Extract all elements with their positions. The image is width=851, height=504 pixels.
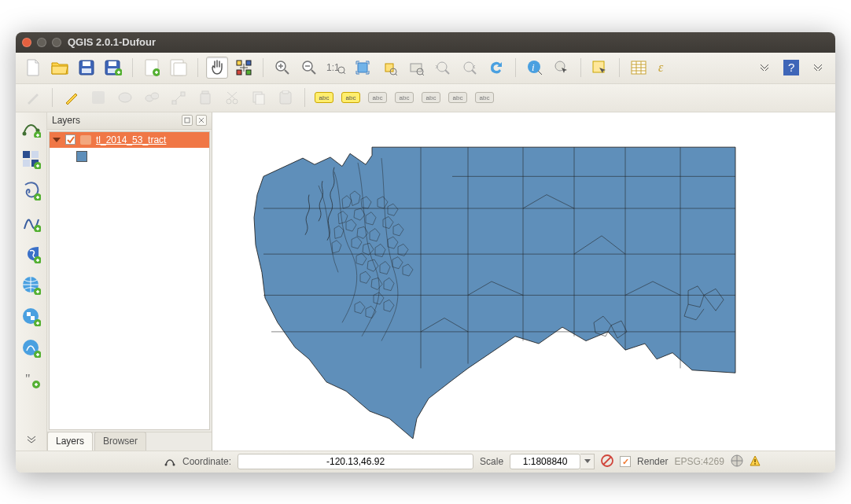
zoom-last-button[interactable] xyxy=(432,57,454,79)
add-wcs-button[interactable] xyxy=(20,306,42,328)
close-button[interactable] xyxy=(22,38,31,47)
svg-rect-4 xyxy=(109,61,116,66)
label-highlight-button[interactable]: abc xyxy=(340,86,362,109)
svg-point-48 xyxy=(22,131,26,135)
svg-rect-47 xyxy=(282,90,289,94)
add-mssql-button[interactable] xyxy=(20,243,42,265)
zoom-to-selection-button[interactable] xyxy=(378,57,400,79)
window-controls xyxy=(22,38,61,47)
svg-point-71 xyxy=(173,463,175,465)
scale-combo[interactable] xyxy=(510,454,595,469)
minimize-button[interactable] xyxy=(37,38,46,47)
zoom-full-button[interactable] xyxy=(352,57,374,79)
current-edits-button[interactable] xyxy=(22,86,44,109)
zoom-next-button[interactable] xyxy=(459,57,481,79)
add-feature-button[interactable] xyxy=(114,86,136,109)
layer-visibility-checkbox[interactable] xyxy=(65,134,76,145)
svg-point-43 xyxy=(233,99,238,104)
expression-button[interactable]: ε xyxy=(654,57,676,79)
layers-panel-undock[interactable] xyxy=(182,115,193,126)
window-title: QGIS 2.0.1-Dufour xyxy=(68,36,156,48)
messages-icon[interactable] xyxy=(750,455,761,469)
toggle-editing-button[interactable] xyxy=(61,86,83,109)
title-bar: QGIS 2.0.1-Dufour xyxy=(16,32,835,53)
save-as-button[interactable] xyxy=(102,57,124,79)
toggle-extents-icon[interactable] xyxy=(164,454,176,469)
composer-manager-button[interactable] xyxy=(168,57,190,79)
scale-dropdown-caret[interactable] xyxy=(580,454,595,469)
new-project-button[interactable] xyxy=(22,57,44,79)
delete-selected-button[interactable] xyxy=(194,86,216,109)
label-rotate-button[interactable]: abc xyxy=(447,86,469,109)
svg-rect-34 xyxy=(92,91,105,104)
layer-row-selected[interactable]: tl_2014_53_tract xyxy=(50,132,209,148)
refresh-button[interactable] xyxy=(485,57,507,79)
save-edits-button[interactable] xyxy=(87,86,109,109)
zoom-native-button[interactable]: 1:1 xyxy=(325,57,347,79)
add-postgis-button[interactable] xyxy=(20,180,42,202)
svg-rect-75 xyxy=(754,463,756,465)
svg-text:ε: ε xyxy=(658,61,664,74)
tab-layers[interactable]: Layers xyxy=(47,432,93,451)
zoom-to-layer-button[interactable] xyxy=(405,57,427,79)
svg-rect-38 xyxy=(172,101,176,105)
render-checkbox[interactable] xyxy=(620,456,631,467)
svg-text:1:1: 1:1 xyxy=(326,62,340,73)
label-change-button[interactable]: abc xyxy=(473,86,495,109)
label-pin-button[interactable]: abc xyxy=(367,86,389,109)
layers-tree[interactable]: tl_2014_53_tract xyxy=(49,131,210,430)
scale-input[interactable] xyxy=(510,454,580,469)
select-button[interactable] xyxy=(551,57,573,79)
open-project-button[interactable] xyxy=(49,57,71,79)
copy-button[interactable] xyxy=(248,86,270,109)
add-vector-button[interactable] xyxy=(20,117,42,139)
new-composer-button[interactable] xyxy=(141,57,163,79)
identify-button[interactable]: i xyxy=(524,57,546,79)
node-tool-button[interactable] xyxy=(168,86,190,109)
stop-render-icon[interactable] xyxy=(601,454,613,469)
add-wfs-button[interactable] xyxy=(20,337,42,359)
attribute-table-button[interactable] xyxy=(628,57,650,79)
add-spatialite-button[interactable] xyxy=(20,212,42,234)
label-settings-button[interactable]: abc xyxy=(313,86,335,109)
zoom-in-button[interactable] xyxy=(271,57,293,79)
svg-rect-2 xyxy=(82,68,91,73)
svg-rect-51 xyxy=(23,151,30,158)
maximize-button[interactable] xyxy=(52,38,61,47)
layers-panel-header: Layers xyxy=(47,112,212,130)
add-wms-button[interactable] xyxy=(20,274,42,296)
move-feature-button[interactable] xyxy=(141,86,163,109)
toolbar-edit: abc abc abc abc abc abc abc xyxy=(16,84,835,112)
label-showhide-button[interactable]: abc xyxy=(393,86,415,109)
svg-rect-52 xyxy=(31,151,39,158)
crs-button[interactable] xyxy=(731,454,743,469)
crs-label: EPSG:4269 xyxy=(674,456,724,467)
svg-rect-69 xyxy=(185,118,190,123)
map-canvas[interactable] xyxy=(212,112,835,451)
help-button[interactable]: ? xyxy=(780,57,802,79)
label-move-button[interactable]: abc xyxy=(420,86,442,109)
svg-rect-19 xyxy=(358,63,367,72)
svg-rect-62 xyxy=(27,312,31,316)
deselect-button[interactable] xyxy=(589,57,611,79)
pan-to-selected-button[interactable] xyxy=(233,57,255,79)
cut-button[interactable] xyxy=(221,86,243,109)
toolbar-overflow-1[interactable] xyxy=(753,57,775,79)
zoom-out-button[interactable] xyxy=(298,57,320,79)
save-button[interactable] xyxy=(76,57,98,79)
paste-button[interactable] xyxy=(274,86,297,109)
tab-browser[interactable]: Browser xyxy=(94,432,146,451)
toolbar-overflow-2[interactable] xyxy=(807,57,829,79)
coordinate-input[interactable] xyxy=(238,454,473,469)
svg-point-37 xyxy=(151,93,159,99)
svg-rect-39 xyxy=(181,92,185,96)
svg-rect-22 xyxy=(411,64,422,72)
data-source-toolbar: " xyxy=(16,112,47,451)
layers-panel-close[interactable] xyxy=(196,115,207,126)
svg-rect-53 xyxy=(23,160,30,167)
sidebar-overflow[interactable] xyxy=(20,429,42,451)
add-raster-button[interactable] xyxy=(20,149,42,171)
add-text-button[interactable]: " xyxy=(20,369,42,391)
pan-button[interactable] xyxy=(206,57,228,79)
layer-collapse-toggle[interactable] xyxy=(53,138,61,142)
